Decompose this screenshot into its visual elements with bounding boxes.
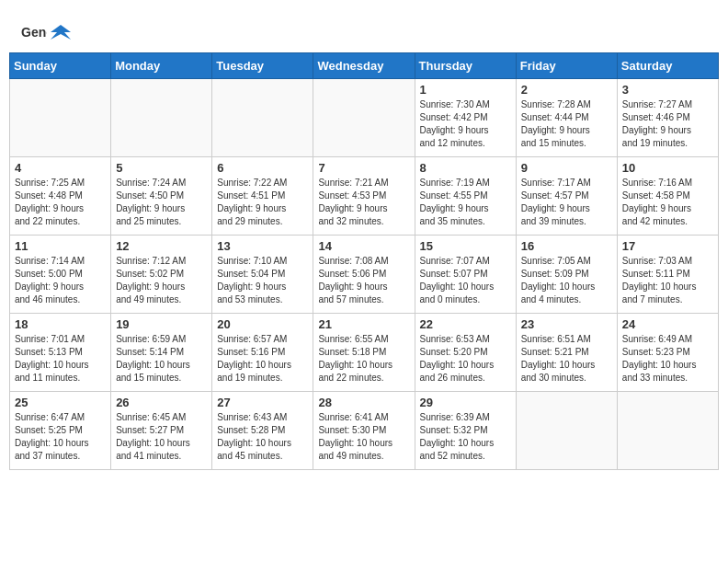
calendar-header-row: SundayMondayTuesdayWednesdayThursdayFrid… (10, 53, 719, 79)
calendar-cell (617, 392, 718, 470)
calendar-cell: 9Sunrise: 7:17 AM Sunset: 4:57 PM Daylig… (516, 157, 617, 236)
day-number: 16 (521, 239, 612, 253)
day-number: 20 (217, 317, 308, 331)
calendar-cell: 21Sunrise: 6:55 AM Sunset: 5:18 PM Dayli… (313, 314, 415, 392)
calendar-week-row: 25Sunrise: 6:47 AM Sunset: 5:25 PM Dayli… (10, 392, 719, 470)
logo-icon: General (21, 18, 47, 44)
day-number: 9 (521, 161, 612, 175)
day-number: 11 (15, 239, 106, 253)
day-number: 15 (420, 239, 511, 253)
day-info: Sunrise: 7:08 AM Sunset: 5:06 PM Dayligh… (318, 255, 409, 306)
weekday-header-saturday: Saturday (617, 53, 718, 79)
day-info: Sunrise: 6:53 AM Sunset: 5:20 PM Dayligh… (420, 333, 511, 385)
weekday-header-thursday: Thursday (415, 53, 516, 79)
day-info: Sunrise: 6:45 AM Sunset: 5:27 PM Dayligh… (116, 411, 207, 463)
day-info: Sunrise: 6:57 AM Sunset: 5:16 PM Dayligh… (217, 333, 308, 385)
day-number: 24 (622, 317, 713, 331)
svg-marker-1 (51, 25, 71, 40)
day-info: Sunrise: 7:22 AM Sunset: 4:51 PM Dayligh… (217, 177, 308, 228)
day-number: 26 (116, 396, 207, 409)
day-info: Sunrise: 7:28 AM Sunset: 4:44 PM Dayligh… (521, 98, 612, 150)
logo: General (18, 18, 73, 44)
day-number: 17 (622, 239, 713, 253)
calendar-cell: 25Sunrise: 6:47 AM Sunset: 5:25 PM Dayli… (10, 392, 111, 470)
calendar-cell: 22Sunrise: 6:53 AM Sunset: 5:20 PM Dayli… (415, 314, 516, 392)
day-number: 21 (318, 317, 409, 331)
day-info: Sunrise: 6:59 AM Sunset: 5:14 PM Dayligh… (116, 333, 207, 385)
day-number: 29 (420, 396, 511, 409)
calendar-cell: 16Sunrise: 7:05 AM Sunset: 5:09 PM Dayli… (516, 236, 617, 314)
weekday-header-tuesday: Tuesday (212, 53, 313, 79)
calendar-cell: 3Sunrise: 7:27 AM Sunset: 4:46 PM Daylig… (617, 79, 718, 157)
day-info: Sunrise: 7:19 AM Sunset: 4:55 PM Dayligh… (420, 177, 511, 228)
calendar-week-row: 11Sunrise: 7:14 AM Sunset: 5:00 PM Dayli… (10, 236, 719, 314)
calendar-cell: 20Sunrise: 6:57 AM Sunset: 5:16 PM Dayli… (212, 314, 313, 392)
day-info: Sunrise: 7:05 AM Sunset: 5:09 PM Dayligh… (521, 255, 612, 306)
calendar-cell: 11Sunrise: 7:14 AM Sunset: 5:00 PM Dayli… (10, 236, 111, 314)
day-number: 25 (15, 396, 106, 409)
day-number: 10 (622, 161, 713, 175)
calendar-week-row: 4Sunrise: 7:25 AM Sunset: 4:48 PM Daylig… (10, 157, 719, 236)
day-number: 14 (318, 239, 409, 253)
day-number: 27 (217, 396, 308, 409)
calendar-cell: 1Sunrise: 7:30 AM Sunset: 4:42 PM Daylig… (415, 79, 516, 157)
calendar-table: SundayMondayTuesdayWednesdayThursdayFrid… (9, 52, 719, 470)
svg-text:General: General (21, 25, 47, 40)
day-number: 4 (15, 161, 106, 175)
day-number: 23 (521, 317, 612, 331)
calendar-cell: 28Sunrise: 6:41 AM Sunset: 5:30 PM Dayli… (313, 392, 415, 470)
day-info: Sunrise: 6:49 AM Sunset: 5:23 PM Dayligh… (622, 333, 713, 385)
calendar-cell: 5Sunrise: 7:24 AM Sunset: 4:50 PM Daylig… (111, 157, 212, 236)
day-info: Sunrise: 6:41 AM Sunset: 5:30 PM Dayligh… (318, 411, 409, 463)
day-info: Sunrise: 7:27 AM Sunset: 4:46 PM Dayligh… (622, 98, 713, 150)
calendar-week-row: 1Sunrise: 7:30 AM Sunset: 4:42 PM Daylig… (10, 79, 719, 157)
calendar-cell: 4Sunrise: 7:25 AM Sunset: 4:48 PM Daylig… (10, 157, 111, 236)
day-number: 1 (420, 83, 511, 97)
weekday-header-friday: Friday (516, 53, 617, 79)
day-number: 19 (116, 317, 207, 331)
day-info: Sunrise: 6:43 AM Sunset: 5:28 PM Dayligh… (217, 411, 308, 463)
calendar-cell: 14Sunrise: 7:08 AM Sunset: 5:06 PM Dayli… (313, 236, 415, 314)
calendar-cell: 29Sunrise: 6:39 AM Sunset: 5:32 PM Dayli… (415, 392, 516, 470)
calendar-cell: 17Sunrise: 7:03 AM Sunset: 5:11 PM Dayli… (617, 236, 718, 314)
calendar-cell (10, 79, 111, 157)
day-number: 13 (217, 239, 308, 253)
calendar-cell (313, 79, 415, 157)
day-info: Sunrise: 6:55 AM Sunset: 5:18 PM Dayligh… (318, 333, 409, 385)
day-number: 22 (420, 317, 511, 331)
weekday-header-sunday: Sunday (10, 53, 111, 79)
day-number: 2 (521, 83, 612, 97)
day-info: Sunrise: 7:01 AM Sunset: 5:13 PM Dayligh… (15, 333, 106, 385)
calendar-week-row: 18Sunrise: 7:01 AM Sunset: 5:13 PM Dayli… (10, 314, 719, 392)
calendar-cell: 27Sunrise: 6:43 AM Sunset: 5:28 PM Dayli… (212, 392, 313, 470)
day-number: 3 (622, 83, 713, 97)
calendar-cell: 6Sunrise: 7:22 AM Sunset: 4:51 PM Daylig… (212, 157, 313, 236)
calendar-cell: 2Sunrise: 7:28 AM Sunset: 4:44 PM Daylig… (516, 79, 617, 157)
calendar-cell: 19Sunrise: 6:59 AM Sunset: 5:14 PM Dayli… (111, 314, 212, 392)
day-info: Sunrise: 7:07 AM Sunset: 5:07 PM Dayligh… (420, 255, 511, 306)
calendar-cell (111, 79, 212, 157)
calendar-cell: 24Sunrise: 6:49 AM Sunset: 5:23 PM Dayli… (617, 314, 718, 392)
day-info: Sunrise: 7:16 AM Sunset: 4:58 PM Dayligh… (622, 177, 713, 228)
day-info: Sunrise: 7:30 AM Sunset: 4:42 PM Dayligh… (420, 98, 511, 150)
day-info: Sunrise: 7:12 AM Sunset: 5:02 PM Dayligh… (116, 255, 207, 306)
calendar-cell: 18Sunrise: 7:01 AM Sunset: 5:13 PM Dayli… (10, 314, 111, 392)
day-info: Sunrise: 7:14 AM Sunset: 5:00 PM Dayligh… (15, 255, 106, 306)
calendar-cell: 7Sunrise: 7:21 AM Sunset: 4:53 PM Daylig… (313, 157, 415, 236)
calendar-cell: 8Sunrise: 7:19 AM Sunset: 4:55 PM Daylig… (415, 157, 516, 236)
day-number: 7 (318, 161, 409, 175)
day-number: 6 (217, 161, 308, 175)
day-number: 18 (15, 317, 106, 331)
day-info: Sunrise: 7:21 AM Sunset: 4:53 PM Dayligh… (318, 177, 409, 228)
calendar-cell: 23Sunrise: 6:51 AM Sunset: 5:21 PM Dayli… (516, 314, 617, 392)
logo-bird-icon (51, 23, 71, 43)
day-info: Sunrise: 7:25 AM Sunset: 4:48 PM Dayligh… (15, 177, 106, 228)
day-info: Sunrise: 6:51 AM Sunset: 5:21 PM Dayligh… (521, 333, 612, 385)
day-info: Sunrise: 7:10 AM Sunset: 5:04 PM Dayligh… (217, 255, 308, 306)
day-info: Sunrise: 6:39 AM Sunset: 5:32 PM Dayligh… (420, 411, 511, 463)
day-number: 28 (318, 396, 409, 409)
calendar-cell: 12Sunrise: 7:12 AM Sunset: 5:02 PM Dayli… (111, 236, 212, 314)
calendar-cell: 15Sunrise: 7:07 AM Sunset: 5:07 PM Dayli… (415, 236, 516, 314)
weekday-header-wednesday: Wednesday (313, 53, 415, 79)
day-info: Sunrise: 6:47 AM Sunset: 5:25 PM Dayligh… (15, 411, 106, 463)
